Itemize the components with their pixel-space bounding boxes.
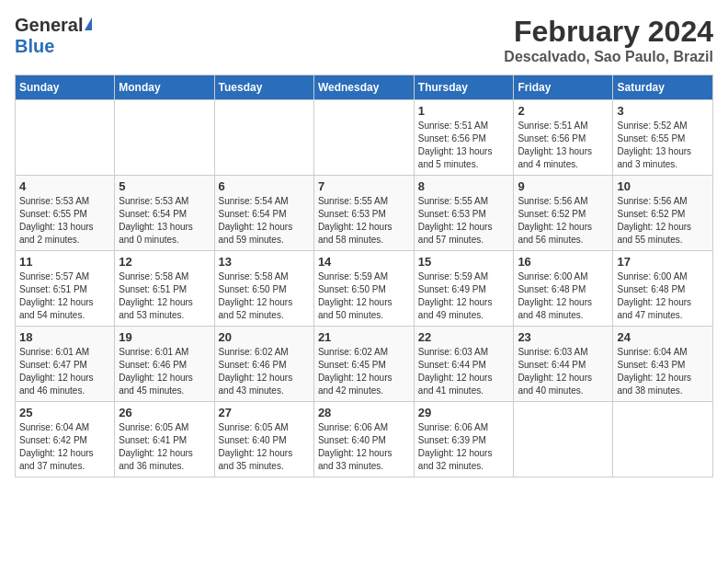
calendar-cell: 18Sunrise: 6:01 AM Sunset: 6:47 PM Dayli… <box>16 327 115 402</box>
day-number: 10 <box>617 179 709 193</box>
day-info: Sunrise: 6:01 AM Sunset: 6:46 PM Dayligh… <box>119 346 210 397</box>
header-day-monday: Monday <box>115 75 214 100</box>
calendar-week-row: 18Sunrise: 6:01 AM Sunset: 6:47 PM Dayli… <box>16 327 713 402</box>
day-number: 9 <box>518 179 609 193</box>
day-info: Sunrise: 5:55 AM Sunset: 6:53 PM Dayligh… <box>318 195 410 247</box>
calendar-week-row: 4Sunrise: 5:53 AM Sunset: 6:55 PM Daylig… <box>16 176 713 251</box>
calendar-week-row: 1Sunrise: 5:51 AM Sunset: 6:56 PM Daylig… <box>16 100 713 176</box>
day-info: Sunrise: 5:59 AM Sunset: 6:50 PM Dayligh… <box>318 270 410 322</box>
header-day-thursday: Thursday <box>414 75 514 100</box>
calendar-cell: 26Sunrise: 6:05 AM Sunset: 6:41 PM Dayli… <box>115 402 214 477</box>
day-number: 3 <box>617 104 709 118</box>
title-section: February 2024 Descalvado, Sao Paulo, Bra… <box>504 15 713 65</box>
calendar-cell: 1Sunrise: 5:51 AM Sunset: 6:56 PM Daylig… <box>414 100 514 176</box>
day-info: Sunrise: 5:54 AM Sunset: 6:54 PM Dayligh… <box>219 195 310 247</box>
calendar-cell <box>613 402 713 477</box>
calendar-header-row: SundayMondayTuesdayWednesdayThursdayFrid… <box>16 75 713 100</box>
calendar-cell: 20Sunrise: 6:02 AM Sunset: 6:46 PM Dayli… <box>214 327 313 402</box>
calendar-week-row: 11Sunrise: 5:57 AM Sunset: 6:51 PM Dayli… <box>16 251 713 327</box>
day-info: Sunrise: 5:53 AM Sunset: 6:55 PM Dayligh… <box>19 195 110 247</box>
calendar-table: SundayMondayTuesdayWednesdayThursdayFrid… <box>15 75 713 477</box>
day-info: Sunrise: 5:59 AM Sunset: 6:49 PM Dayligh… <box>418 270 510 322</box>
day-info: Sunrise: 6:03 AM Sunset: 6:44 PM Dayligh… <box>518 346 609 397</box>
calendar-cell <box>514 402 613 477</box>
calendar-cell: 25Sunrise: 6:04 AM Sunset: 6:42 PM Dayli… <box>16 402 115 477</box>
day-info: Sunrise: 6:04 AM Sunset: 6:43 PM Dayligh… <box>617 346 709 397</box>
day-number: 4 <box>19 179 110 193</box>
location-title: Descalvado, Sao Paulo, Brazil <box>504 49 713 65</box>
calendar-cell <box>115 100 214 176</box>
day-number: 12 <box>119 255 210 269</box>
calendar-cell: 4Sunrise: 5:53 AM Sunset: 6:55 PM Daylig… <box>16 176 115 251</box>
page-header: General Blue February 2024 Descalvado, S… <box>15 15 713 65</box>
day-number: 17 <box>617 255 709 269</box>
calendar-cell: 27Sunrise: 6:05 AM Sunset: 6:40 PM Dayli… <box>214 402 313 477</box>
calendar-cell: 13Sunrise: 5:58 AM Sunset: 6:50 PM Dayli… <box>214 251 313 327</box>
calendar-cell: 21Sunrise: 6:02 AM Sunset: 6:45 PM Dayli… <box>313 327 414 402</box>
calendar-cell <box>313 100 414 176</box>
header-day-tuesday: Tuesday <box>214 75 313 100</box>
calendar-cell <box>16 100 115 176</box>
day-number: 11 <box>19 255 110 269</box>
day-info: Sunrise: 6:06 AM Sunset: 6:39 PM Dayligh… <box>418 421 510 473</box>
calendar-cell: 22Sunrise: 6:03 AM Sunset: 6:44 PM Dayli… <box>414 327 514 402</box>
day-number: 1 <box>418 104 510 118</box>
day-number: 6 <box>219 179 310 193</box>
calendar-cell: 9Sunrise: 5:56 AM Sunset: 6:52 PM Daylig… <box>514 176 613 251</box>
calendar-cell: 3Sunrise: 5:52 AM Sunset: 6:55 PM Daylig… <box>613 100 713 176</box>
day-number: 13 <box>219 255 310 269</box>
day-info: Sunrise: 5:51 AM Sunset: 6:56 PM Dayligh… <box>418 120 510 171</box>
calendar-cell: 28Sunrise: 6:06 AM Sunset: 6:40 PM Dayli… <box>313 402 414 477</box>
calendar-cell: 8Sunrise: 5:55 AM Sunset: 6:53 PM Daylig… <box>414 176 514 251</box>
header-day-saturday: Saturday <box>613 75 713 100</box>
day-number: 28 <box>318 406 410 419</box>
day-info: Sunrise: 5:53 AM Sunset: 6:54 PM Dayligh… <box>119 195 210 247</box>
day-number: 29 <box>418 406 510 419</box>
calendar-cell: 24Sunrise: 6:04 AM Sunset: 6:43 PM Dayli… <box>613 327 713 402</box>
day-info: Sunrise: 5:56 AM Sunset: 6:52 PM Dayligh… <box>518 195 609 247</box>
day-number: 20 <box>219 330 310 344</box>
day-info: Sunrise: 5:57 AM Sunset: 6:51 PM Dayligh… <box>19 270 110 322</box>
day-number: 15 <box>418 255 510 269</box>
calendar-week-row: 25Sunrise: 6:04 AM Sunset: 6:42 PM Dayli… <box>16 402 713 477</box>
calendar-cell <box>214 100 313 176</box>
day-info: Sunrise: 6:05 AM Sunset: 6:41 PM Dayligh… <box>119 421 210 473</box>
day-info: Sunrise: 6:02 AM Sunset: 6:46 PM Dayligh… <box>219 346 310 397</box>
day-info: Sunrise: 6:02 AM Sunset: 6:45 PM Dayligh… <box>318 346 410 397</box>
day-info: Sunrise: 6:00 AM Sunset: 6:48 PM Dayligh… <box>518 270 609 322</box>
day-info: Sunrise: 6:06 AM Sunset: 6:40 PM Dayligh… <box>318 421 410 473</box>
day-info: Sunrise: 5:51 AM Sunset: 6:56 PM Dayligh… <box>518 120 609 171</box>
calendar-cell: 19Sunrise: 6:01 AM Sunset: 6:46 PM Dayli… <box>115 327 214 402</box>
day-info: Sunrise: 6:00 AM Sunset: 6:48 PM Dayligh… <box>617 270 709 322</box>
day-number: 5 <box>119 179 210 193</box>
logo-blue-text: Blue <box>15 36 54 57</box>
day-number: 22 <box>418 330 510 344</box>
calendar-cell: 10Sunrise: 5:56 AM Sunset: 6:52 PM Dayli… <box>613 176 713 251</box>
calendar-cell: 23Sunrise: 6:03 AM Sunset: 6:44 PM Dayli… <box>514 327 613 402</box>
header-day-wednesday: Wednesday <box>313 75 414 100</box>
day-number: 24 <box>617 330 709 344</box>
calendar-cell: 14Sunrise: 5:59 AM Sunset: 6:50 PM Dayli… <box>313 251 414 327</box>
day-info: Sunrise: 5:56 AM Sunset: 6:52 PM Dayligh… <box>617 195 709 247</box>
day-number: 19 <box>119 330 210 344</box>
logo-general-text: General <box>15 15 83 36</box>
day-number: 23 <box>518 330 609 344</box>
day-number: 2 <box>518 104 609 118</box>
calendar-cell: 29Sunrise: 6:06 AM Sunset: 6:39 PM Dayli… <box>414 402 514 477</box>
calendar-cell: 16Sunrise: 6:00 AM Sunset: 6:48 PM Dayli… <box>514 251 613 327</box>
day-number: 16 <box>518 255 609 269</box>
header-day-friday: Friday <box>514 75 613 100</box>
logo-icon <box>85 17 92 30</box>
day-number: 25 <box>19 406 110 419</box>
day-info: Sunrise: 6:01 AM Sunset: 6:47 PM Dayligh… <box>19 346 110 397</box>
day-info: Sunrise: 6:05 AM Sunset: 6:40 PM Dayligh… <box>219 421 310 473</box>
day-info: Sunrise: 6:03 AM Sunset: 6:44 PM Dayligh… <box>418 346 510 397</box>
day-number: 26 <box>119 406 210 419</box>
day-number: 8 <box>418 179 510 193</box>
day-number: 21 <box>318 330 410 344</box>
day-number: 7 <box>318 179 410 193</box>
calendar-cell: 7Sunrise: 5:55 AM Sunset: 6:53 PM Daylig… <box>313 176 414 251</box>
day-number: 27 <box>219 406 310 419</box>
day-number: 18 <box>19 330 110 344</box>
day-info: Sunrise: 5:52 AM Sunset: 6:55 PM Dayligh… <box>617 120 709 171</box>
